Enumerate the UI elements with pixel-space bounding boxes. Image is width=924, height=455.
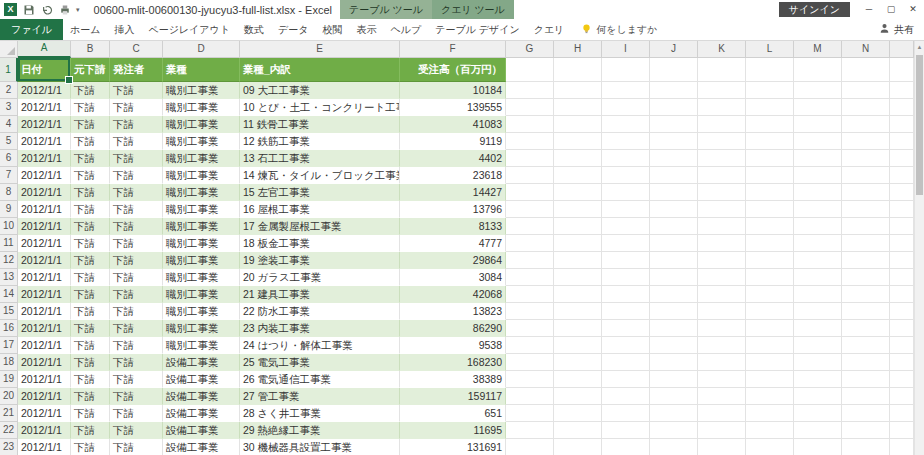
cell-J12[interactable] (650, 252, 698, 269)
cell-L15[interactable] (746, 303, 794, 320)
column-header-H[interactable]: H (554, 41, 602, 58)
cell-x9[interactable] (890, 201, 914, 218)
cell-x18[interactable] (890, 354, 914, 371)
cell-L9[interactable] (746, 201, 794, 218)
cell-C10[interactable]: 下請 (110, 218, 163, 235)
cell-L22[interactable] (746, 422, 794, 439)
ribbon-tab-table-design[interactable]: テーブル デザイン (428, 19, 526, 40)
cell-E18[interactable]: 25 電気工事業 (240, 354, 400, 371)
cell-J16[interactable] (650, 320, 698, 337)
cell-x11[interactable] (890, 235, 914, 252)
cell-G6[interactable] (506, 150, 554, 167)
cell-N2[interactable] (842, 82, 890, 99)
cell-B22[interactable]: 下請 (71, 422, 110, 439)
cell-A4[interactable]: 2012/1/1 (18, 116, 71, 133)
cell-G3[interactable] (506, 99, 554, 116)
print-icon[interactable] (58, 3, 71, 16)
cell-I5[interactable] (602, 133, 650, 150)
cell-x15[interactable] (890, 303, 914, 320)
cell-M4[interactable] (794, 116, 842, 133)
cell-A6[interactable]: 2012/1/1 (18, 150, 71, 167)
column-header-partial[interactable] (890, 41, 914, 58)
cell-G20[interactable] (506, 388, 554, 405)
cell-x5[interactable] (890, 133, 914, 150)
cell-L20[interactable] (746, 388, 794, 405)
cell-D19[interactable]: 設備工事業 (163, 371, 240, 388)
cell-D16[interactable]: 職別工事業 (163, 320, 240, 337)
cell-B2[interactable]: 下請 (71, 82, 110, 99)
vertical-scrollbar[interactable]: ▲ (914, 41, 924, 455)
cell-B5[interactable]: 下請 (71, 133, 110, 150)
row-header-10[interactable]: 10 (0, 218, 18, 235)
cell-B9[interactable]: 下請 (71, 201, 110, 218)
cell-E4[interactable]: 11 鉄骨工事業 (240, 116, 400, 133)
cell-N10[interactable] (842, 218, 890, 235)
column-header-F[interactable]: F (400, 41, 506, 58)
cell-I6[interactable] (602, 150, 650, 167)
cell-A22[interactable]: 2012/1/1 (18, 422, 71, 439)
cell-J9[interactable] (650, 201, 698, 218)
cell-F8[interactable]: 14427 (400, 184, 506, 201)
cell-J21[interactable] (650, 405, 698, 422)
cell-N22[interactable] (842, 422, 890, 439)
cell-D20[interactable]: 設備工事業 (163, 388, 240, 405)
cell-J15[interactable] (650, 303, 698, 320)
scroll-up-icon[interactable]: ▲ (915, 41, 924, 53)
row-header-20[interactable]: 20 (0, 388, 18, 405)
cell-B7[interactable]: 下請 (71, 167, 110, 184)
cell-A20[interactable]: 2012/1/1 (18, 388, 71, 405)
cell-C16[interactable]: 下請 (110, 320, 163, 337)
cell-M13[interactable] (794, 269, 842, 286)
cell-A7[interactable]: 2012/1/1 (18, 167, 71, 184)
cell-B6[interactable]: 下請 (71, 150, 110, 167)
cell-E17[interactable]: 24 はつり・解体工事業 (240, 337, 400, 354)
cell-A21[interactable]: 2012/1/1 (18, 405, 71, 422)
cell-F10[interactable]: 8133 (400, 218, 506, 235)
cell-F17[interactable]: 9538 (400, 337, 506, 354)
cell-I21[interactable] (602, 405, 650, 422)
cell-I20[interactable] (602, 388, 650, 405)
cell-F20[interactable]: 159117 (400, 388, 506, 405)
cell-B8[interactable]: 下請 (71, 184, 110, 201)
cell-J18[interactable] (650, 354, 698, 371)
cell-x12[interactable] (890, 252, 914, 269)
cell-E6[interactable]: 13 石工工事業 (240, 150, 400, 167)
cell-C6[interactable]: 下請 (110, 150, 163, 167)
cell-H6[interactable] (554, 150, 602, 167)
cell-N9[interactable] (842, 201, 890, 218)
cell-E21[interactable]: 28 さく井工事業 (240, 405, 400, 422)
cell-F14[interactable]: 42068 (400, 286, 506, 303)
cell-I9[interactable] (602, 201, 650, 218)
cell-D9[interactable]: 職別工事業 (163, 201, 240, 218)
cell-N21[interactable] (842, 405, 890, 422)
cell-L6[interactable] (746, 150, 794, 167)
row-header-14[interactable]: 14 (0, 286, 18, 303)
cell-J19[interactable] (650, 371, 698, 388)
cell-K22[interactable] (698, 422, 746, 439)
cell-C20[interactable]: 下請 (110, 388, 163, 405)
cell-A15[interactable]: 2012/1/1 (18, 303, 71, 320)
cell-L10[interactable] (746, 218, 794, 235)
cell-J2[interactable] (650, 82, 698, 99)
cell-x4[interactable] (890, 116, 914, 133)
cell-x8[interactable] (890, 184, 914, 201)
cell-B16[interactable]: 下請 (71, 320, 110, 337)
cell-H20[interactable] (554, 388, 602, 405)
row-header-9[interactable]: 9 (0, 201, 18, 218)
cell-N8[interactable] (842, 184, 890, 201)
column-header-I[interactable]: I (602, 41, 650, 58)
cell-N11[interactable] (842, 235, 890, 252)
cell-K21[interactable] (698, 405, 746, 422)
cell-H21[interactable] (554, 405, 602, 422)
cell-C5[interactable]: 下請 (110, 133, 163, 150)
cell-C4[interactable]: 下請 (110, 116, 163, 133)
cell-x10[interactable] (890, 218, 914, 235)
column-header-D[interactable]: D (163, 41, 240, 58)
cell-F23[interactable]: 131691 (400, 439, 506, 455)
cell-B13[interactable]: 下請 (71, 269, 110, 286)
cell-J11[interactable] (650, 235, 698, 252)
cell-x14[interactable] (890, 286, 914, 303)
cell-L4[interactable] (746, 116, 794, 133)
cell-M3[interactable] (794, 99, 842, 116)
cell-D8[interactable]: 職別工事業 (163, 184, 240, 201)
